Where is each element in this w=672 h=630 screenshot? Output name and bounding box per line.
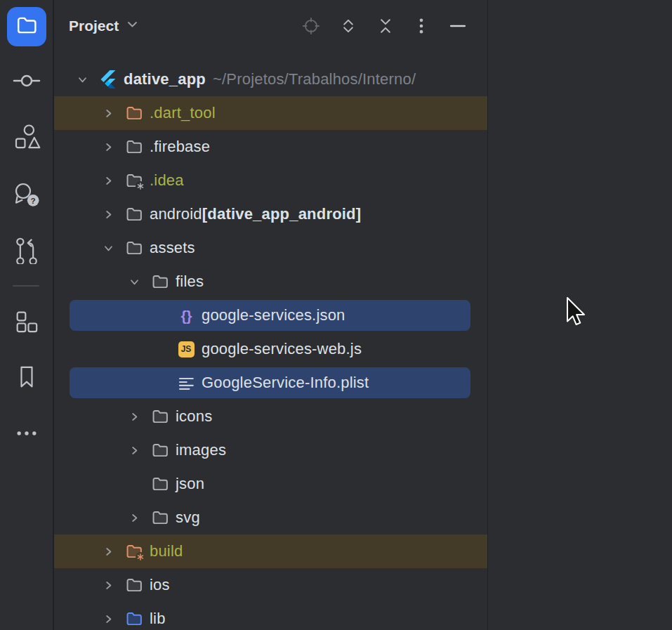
activity-bar-divider [13,285,39,287]
tree-row-dative_app[interactable]: dative_app~/Projetos/Trabalhos/Interno/ [54,63,487,96]
tree-row-label: google-services-web.js [202,340,362,358]
label-part: dative_app [124,70,206,88]
tree-row-json[interactable]: json [54,467,487,501]
label-part: assets [150,239,195,257]
label-part: GoogleService-Info.plist [202,374,369,392]
excluded-asterisk-badge [136,552,145,562]
activity-bar-item-structure[interactable] [11,124,42,155]
chevron-right-icon[interactable] [99,610,117,628]
label-part: google-services.json [202,306,345,324]
chevron-right-icon[interactable] [99,205,117,223]
chevron-right-icon[interactable] [99,542,117,560]
more-horizontal-icon [13,419,41,450]
chevron-down-icon [126,18,139,34]
tree-row-label: json [176,475,204,493]
chevron-spacer [151,340,169,358]
tree-row-label: google-services.json [202,306,345,324]
tree-row-label: dative_app~/Projetos/Trabalhos/Interno/ [124,70,416,88]
kebab-icon [411,16,431,39]
label-part: build [150,542,183,560]
chevron-down-icon[interactable] [99,239,117,257]
structure-icon [13,124,41,155]
label-part: ios [150,576,170,594]
folder-tool-icon [16,15,37,39]
chevron-spacer [151,306,169,324]
tree-row-label: build [150,542,183,560]
chevron-right-icon[interactable] [99,576,117,594]
activity-bar-item-components[interactable] [11,308,42,339]
activity-bar: ? [0,0,54,630]
folder-icon [152,509,169,526]
hide-panel-button[interactable] [448,18,468,37]
tree-row-files[interactable]: files [54,265,487,298]
tree-row-label: android [dative_app_android] [150,205,361,223]
folder-orange-icon [126,105,143,122]
chevron-spacer [151,374,169,392]
label-part: .dart_tool [150,104,216,122]
label-part: .idea [150,171,184,190]
tree-row-android[interactable]: android [dative_app_android] [54,197,487,231]
tree-row-label: .idea [150,171,184,190]
bookmark-icon [13,363,41,394]
chevron-right-icon[interactable] [125,407,143,426]
activity-bar-item-commit[interactable] [11,67,42,98]
commit-icon [11,65,42,99]
tree-row-googleservice-info-plist[interactable]: GoogleService-Info.plist [54,366,487,400]
tree-row-google-services-json[interactable]: { }google-services.json [54,298,487,332]
label-part: icons [176,407,212,426]
tree-row-lib[interactable]: lib [54,602,487,630]
chevron-spacer [125,475,143,493]
collapse-icon [376,16,395,39]
expand-all-button[interactable] [338,18,358,37]
activity-bar-item-project[interactable] [7,7,46,46]
chevron-right-icon[interactable] [99,104,117,122]
chevron-right-icon[interactable] [125,508,143,527]
pull-request-icon [13,236,41,267]
folder-icon [126,172,143,189]
tree-row-label: .dart_tool [150,104,216,122]
folder-icon [126,239,143,256]
chevron-down-icon[interactable] [73,70,91,88]
activity-bar-item-bookmarks[interactable] [11,363,42,394]
chevron-right-icon[interactable] [125,441,143,459]
tree-row-label: icons [176,407,212,426]
components-icon [13,308,41,339]
folder-icon [152,408,169,425]
locate-file-button[interactable] [301,18,321,37]
tree-row-google-services-web-js[interactable]: JSgoogle-services-web.js [54,332,487,366]
tree-row-icons[interactable]: icons [54,400,487,433]
folder-icon [152,273,169,290]
folder-icon [126,206,143,223]
tree-row-firebase[interactable]: .firebase [54,130,487,164]
tree-row-svg[interactable]: svg [54,501,487,534]
flutter-icon [100,71,117,88]
tree-row-idea[interactable]: .idea [54,164,487,197]
tree-row-ios[interactable]: ios [54,568,487,602]
svg-text:?: ? [30,196,35,205]
expand-icon [338,16,358,39]
project-tool-window: Project dative_app~/Projetos/Trabalhos/I… [54,0,488,630]
label-part: .firebase [150,138,210,156]
minimize-icon [448,16,468,39]
chevron-down-icon[interactable] [125,273,143,291]
activity-bar-item-ai-assistant[interactable]: ? [11,181,42,211]
tree-row-dart_tool[interactable]: .dart_tool [54,96,487,130]
tree-row-assets[interactable]: assets [54,231,487,265]
folder-icon [126,577,143,593]
chevron-right-icon[interactable] [99,138,117,156]
label-part: android [150,205,202,223]
js-icon: JS [178,341,195,357]
folder-blue-icon [126,610,143,627]
project-view-selector[interactable]: Project [69,18,139,34]
collapse-all-button[interactable] [376,18,395,37]
activity-bar-item-more-tool-windows[interactable] [11,419,42,450]
folder-icon [152,475,169,492]
chevron-right-icon[interactable] [99,171,117,190]
tree-row-build[interactable]: build [54,534,487,568]
label-part: lib [150,610,166,628]
more-options-button[interactable] [411,18,431,37]
activity-bar-item-pull-requests[interactable] [11,236,42,267]
project-title: Project [69,18,119,34]
tree-row-images[interactable]: images [54,433,487,467]
tree-row-label: files [176,273,204,291]
